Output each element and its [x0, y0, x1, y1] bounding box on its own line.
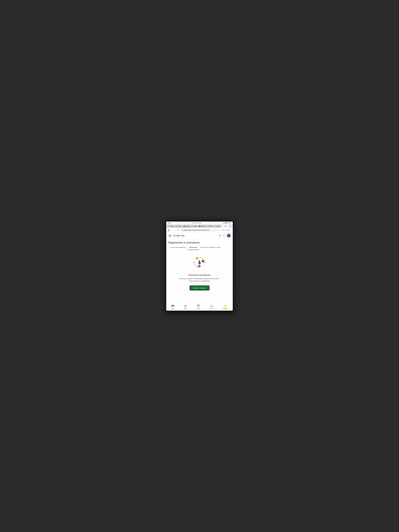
- tab-google-label: google: [217, 226, 221, 227]
- jogos-label: Jogos: [171, 308, 175, 309]
- bookmark-icon[interactable]: ☆: [221, 229, 222, 231]
- tab-goo-active[interactable]: ▶ Goo ✕: [221, 225, 229, 228]
- url-bar[interactable]: 🔒 play.google.com/store/account/subscrip: [180, 229, 220, 232]
- tab-casa-icon: 🏠: [175, 226, 177, 227]
- tablet-screen: 09:59 ter., 2 de mai. 🔒 🔇 📶 26% 📋 Palato…: [166, 222, 233, 310]
- apps-label: Apps: [184, 308, 187, 309]
- bottom-nav-livros[interactable]: 📖 Livros: [209, 304, 215, 310]
- tab-palator-icon: 📋: [168, 226, 169, 227]
- tablet-frame: 09:59 ter., 2 de mai. 🔒 🔇 📶 26% 📋 Palato…: [165, 220, 234, 312]
- svg-marker-1: [169, 236, 171, 237]
- tab-formas[interactable]: Formas de pagamento: [168, 245, 188, 250]
- tab-pesqui[interactable]: 🔵 Pesqui: [198, 225, 205, 228]
- cta-button[interactable]: Vamos começar: [190, 285, 210, 291]
- tab-exames-icon: 📋: [207, 226, 208, 227]
- tab-goo-label: Goo: [224, 226, 227, 227]
- status-bar: 09:59 ter., 2 de mai. 🔒 🔇 📶 26%: [166, 222, 233, 224]
- tab-exames-label: Exames: [209, 226, 213, 227]
- tab-pharyn-label: Pharyn: [185, 226, 190, 227]
- subscription-illustration: ♪ 🎬 📚: [192, 255, 207, 271]
- svg-point-13: [199, 260, 200, 262]
- tab-pesqui-icon: 🔵: [199, 226, 200, 227]
- status-right: 🔒 🔇 📶 26%: [223, 222, 231, 223]
- bottom-nav: 🎮 Jogos ⊞ Apps 🎞 Filmes 📖 Livros ⭐ Crian…: [166, 303, 233, 310]
- lock-icon: 🔒: [182, 229, 183, 231]
- gplay-title: Google Play: [173, 234, 185, 237]
- tab-google-icon: G: [215, 226, 216, 227]
- criancas-label: Crianças: [223, 308, 228, 309]
- user-avatar[interactable]: E: [227, 234, 231, 238]
- svg-marker-3: [170, 235, 172, 236]
- address-actions: ☆ ⬇ ⬆ 8 ⋮: [221, 229, 232, 231]
- url-text: play.google.com/store/account/subscrip: [184, 229, 209, 231]
- share-icon[interactable]: ⬆: [225, 229, 227, 231]
- tab-count-badge[interactable]: 8: [228, 229, 229, 231]
- nav-forward-button[interactable]: →: [174, 229, 176, 231]
- gplay-logo: Google Play: [168, 234, 185, 238]
- tab-exames[interactable]: 📋 Exames: [205, 225, 213, 228]
- tab-casa-label: Casa L.: [177, 226, 182, 227]
- tab-historico[interactable]: Histórico de pedidos e verba: [199, 245, 222, 250]
- tab-pesqui-label: Pesqui: [201, 226, 205, 227]
- search-icon[interactable]: 🔍: [219, 234, 221, 237]
- tab-close-icon[interactable]: ✕: [228, 226, 229, 227]
- tab-palator[interactable]: 📋 Palato: [167, 225, 174, 228]
- subscription-title: Encontrar assinaturas: [189, 274, 210, 276]
- status-time: 09:59: [168, 222, 171, 224]
- svg-marker-6: [194, 262, 195, 263]
- gplay-header: Google Play 🔍 ? E: [166, 233, 233, 239]
- nav-home-button[interactable]: 🏠: [167, 229, 170, 231]
- livros-label: Livros: [210, 308, 213, 309]
- svg-marker-0: [169, 234, 171, 235]
- main-content-area: ♪ 🎬 📚: [166, 250, 233, 303]
- svg-text:📚: 📚: [198, 265, 200, 267]
- nav-tabs: Formas de pagamento Assinaturas Históric…: [166, 245, 233, 250]
- tab-pharyn-icon: 📷: [183, 226, 185, 227]
- play-logo-icon: [168, 234, 172, 238]
- criancas-icon: ⭐: [224, 304, 227, 307]
- svg-text:🎬: 🎬: [202, 260, 204, 262]
- tab-scielo-icon: 🔬: [191, 226, 192, 227]
- tab-google[interactable]: G google: [214, 225, 221, 228]
- jogos-icon: 🎮: [171, 304, 174, 307]
- svg-marker-5: [204, 262, 205, 263]
- status-icons: 🔒 🔇 📶: [223, 222, 228, 223]
- filmes-label: Filmes: [196, 308, 200, 309]
- tab-goo-icon: ▶: [222, 226, 224, 227]
- subscription-description: Encontre e gerencie facilmente milhares …: [178, 278, 221, 282]
- tabs-bar: 📋 Palato 🏠 Casa L. 📷 Pharyn 🔬 SciELO 🔵 P…: [166, 224, 233, 228]
- gplay-actions: 🔍 ? E: [219, 234, 231, 238]
- status-battery: 26%: [229, 222, 231, 223]
- bottom-nav-filmes[interactable]: 🎞 Filmes: [195, 304, 202, 309]
- tab-pharyn[interactable]: 📷 Pharyn: [182, 225, 190, 228]
- help-icon[interactable]: ?: [223, 234, 225, 237]
- svg-text:♪: ♪: [196, 257, 197, 259]
- address-bar: 🏠 ← → ↻ 🔒 play.google.com/store/account/…: [166, 228, 233, 233]
- filmes-icon: 🎞: [197, 304, 200, 307]
- tab-palator-label: Palato: [170, 226, 174, 227]
- status-date: ter., 2 de mai.: [193, 222, 202, 224]
- tab-assinaturas[interactable]: Assinaturas: [188, 245, 199, 250]
- more-options-icon[interactable]: ⋮: [230, 229, 232, 231]
- bottom-nav-apps[interactable]: ⊞ Apps: [183, 304, 188, 310]
- tab-scielo[interactable]: 🔬 SciELO: [190, 225, 197, 228]
- page-content: Pagamentos e assinaturas Formas de pagam…: [166, 239, 233, 303]
- new-tab-button[interactable]: +: [229, 225, 232, 228]
- apps-icon: ⊞: [184, 304, 187, 307]
- tab-scielo-label: SciELO: [193, 226, 197, 227]
- nav-refresh-button[interactable]: ↻: [177, 229, 179, 231]
- livros-icon: 📖: [210, 304, 213, 307]
- nav-back-button[interactable]: ←: [171, 229, 173, 231]
- bottom-nav-jogos[interactable]: 🎮 Jogos: [170, 304, 176, 310]
- subscription-svg: ♪ 🎬 📚: [192, 255, 207, 270]
- bottom-nav-criancas[interactable]: ⭐ Crianças: [222, 304, 229, 310]
- page-title: Pagamentos e assinaturas: [166, 239, 233, 245]
- download-icon[interactable]: ⬇: [223, 229, 224, 231]
- tab-casa[interactable]: 🏠 Casa L.: [174, 225, 182, 228]
